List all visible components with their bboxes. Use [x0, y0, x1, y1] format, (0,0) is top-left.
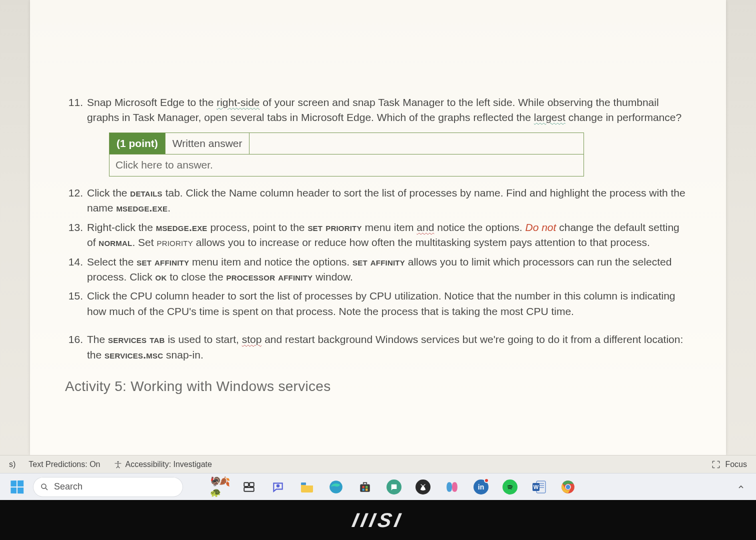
question-15: 15. Click the CPU column header to sort …	[65, 288, 691, 319]
question-number: 13.	[65, 220, 83, 235]
svg-point-0	[117, 461, 118, 462]
proof-mark: and	[416, 222, 434, 233]
taskbar-linkedin[interactable]: in	[471, 477, 491, 497]
question-16: 16. The services tab is used to start, s…	[65, 332, 691, 362]
question-13: 13. Right-click the msedge.exe process, …	[65, 220, 691, 250]
svg-rect-8	[360, 484, 370, 492]
status-left-fragment: s)	[9, 460, 16, 469]
notification-badge-icon	[484, 478, 489, 483]
status-accessibility[interactable]: Accessibility: Investigate	[114, 460, 212, 469]
taskbar-file-explorer[interactable]	[297, 477, 317, 497]
svg-text:W: W	[534, 484, 539, 490]
taskbar-task-view[interactable]	[239, 477, 259, 497]
question-number: 12.	[65, 186, 83, 200]
taskbar-edge[interactable]	[326, 477, 346, 497]
points-badge: (1 point)	[110, 133, 166, 154]
taskbar-spotify[interactable]	[500, 477, 520, 497]
word-status-bar: s) Text Predictions: On Accessibility: I…	[0, 455, 756, 473]
question-number: 11.	[65, 95, 83, 110]
question-number: 15.	[65, 288, 83, 304]
emphasis-do-not: Do not	[526, 222, 556, 233]
svg-rect-10	[366, 486, 368, 488]
proof-mark: right-side	[216, 96, 260, 108]
search-icon	[40, 482, 49, 492]
monitor-brand-logo: IIISI	[350, 509, 406, 532]
focus-mode-button[interactable]: Focus	[725, 460, 747, 469]
q12-text: Click the details tab. Click the Name co…	[87, 187, 686, 214]
proof-mark: largest	[534, 112, 566, 123]
taskbar-seasonal-icon[interactable]: 🦃🍂🐢	[210, 477, 230, 497]
svg-rect-9	[362, 486, 364, 488]
taskbar-word[interactable]: W	[529, 477, 549, 497]
windows-logo-icon	[10, 480, 24, 494]
question-number: 14.	[65, 254, 83, 270]
accessibility-icon	[114, 460, 122, 469]
svg-rect-11	[362, 488, 364, 490]
svg-rect-12	[366, 488, 368, 490]
svg-point-5	[277, 484, 279, 486]
monitor-bezel: IIISI	[0, 500, 756, 540]
taskbar-chrome[interactable]	[558, 477, 578, 497]
question-number: 16.	[65, 332, 83, 347]
windows-taskbar: Search 🦃🍂🐢	[0, 473, 756, 500]
svg-rect-3	[250, 482, 254, 486]
status-text-predictions[interactable]: Text Predictions: On	[28, 460, 100, 469]
proof-mark: stop	[242, 334, 262, 345]
activity-heading: Activity 5: Working with Windows service…	[65, 376, 691, 397]
q11-text: Snap Microsoft Edge to the right-side of…	[87, 96, 682, 123]
focus-mode-icon[interactable]	[711, 460, 721, 470]
taskbar-ms-store[interactable]	[355, 477, 375, 497]
search-placeholder: Search	[54, 482, 82, 492]
question-11: 11. Snap Microsoft Edge to the right-sid…	[65, 95, 691, 176]
taskbar-chat[interactable]	[268, 477, 288, 497]
start-button[interactable]	[6, 476, 28, 498]
question-12: 12. Click the details tab. Click the Nam…	[65, 186, 691, 216]
taskbar-copilot[interactable]	[442, 477, 462, 497]
answer-input[interactable]: Click here to answer.	[110, 154, 584, 176]
answer-box: (1 point) Written answer Click here to a…	[109, 132, 584, 176]
svg-point-1	[42, 484, 46, 488]
svg-rect-4	[244, 488, 254, 492]
answer-type: Written answer	[166, 133, 250, 154]
q14-text: Select the set affinity menu item and no…	[87, 256, 672, 282]
taskbar-app-green[interactable]	[384, 477, 404, 497]
q15-text: Click the CPU column header to sort the …	[87, 290, 676, 316]
q16-text: The services tab is used to start, stop …	[87, 334, 683, 360]
svg-point-7	[330, 480, 342, 494]
taskbar-search[interactable]: Search	[33, 477, 183, 497]
q13-text: Right-click the msedge.exe process, poin…	[87, 222, 680, 248]
tray-chevron-up-icon[interactable]	[737, 483, 745, 491]
document-body: 11. Snap Microsoft Edge to the right-sid…	[65, 0, 691, 397]
question-14: 14. Select the set affinity menu item an…	[65, 254, 691, 285]
svg-rect-6	[301, 482, 306, 485]
document-page: 11. Snap Microsoft Edge to the right-sid…	[30, 0, 726, 455]
svg-point-21	[566, 484, 570, 489]
svg-rect-2	[244, 482, 248, 486]
taskbar-xbox[interactable]	[413, 477, 433, 497]
